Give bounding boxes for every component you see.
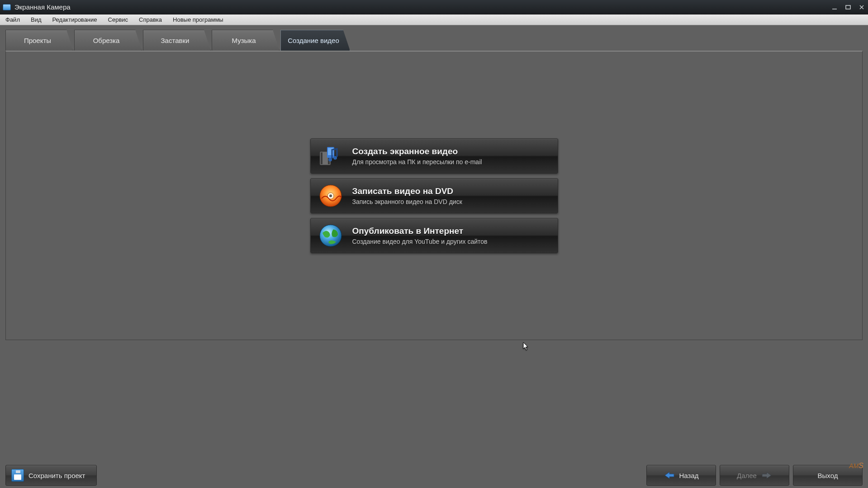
svg-point-13	[329, 194, 332, 197]
footer-bar: Сохранить проект Назад Далее Выход	[0, 463, 868, 488]
app-icon	[3, 4, 11, 10]
export-options: Создать экранное видео Для просмотра на …	[310, 138, 558, 253]
option-create-screen-video[interactable]: Создать экранное видео Для просмотра на …	[310, 138, 558, 174]
menu-file[interactable]: Файл	[0, 14, 25, 25]
tab-music[interactable]: Музыка	[212, 30, 280, 51]
arrow-left-icon	[664, 471, 675, 479]
menu-service[interactable]: Сервис	[103, 14, 134, 25]
brand-logo: AMS	[849, 462, 863, 470]
svg-rect-5	[321, 152, 323, 164]
window-title: Экранная Камера	[14, 3, 831, 11]
option-desc: Создание видео для YouTube и других сайт…	[352, 238, 488, 245]
minimize-button[interactable]	[831, 4, 838, 11]
tabs-row: Проекты Обрезка Заставки Музыка Создание…	[0, 25, 868, 51]
next-label: Далее	[737, 472, 757, 479]
option-title: Опубликовать в Интернет	[352, 226, 488, 236]
dvd-disc-icon	[318, 183, 343, 208]
menu-help[interactable]: Справка	[133, 14, 167, 25]
globe-icon	[318, 223, 343, 248]
option-burn-dvd[interactable]: Записать видео на DVD Запись экранного в…	[310, 178, 558, 213]
next-button: Далее	[720, 465, 789, 486]
tab-trim[interactable]: Обрезка	[74, 30, 142, 51]
option-publish-internet[interactable]: Опубликовать в Интернет Создание видео д…	[310, 218, 558, 253]
menu-bar: Файл Вид Редактирование Сервис Справка Н…	[0, 14, 868, 25]
save-project-label: Сохранить проект	[28, 472, 85, 479]
option-desc: Для просмотра на ПК и пересылки по e-mai…	[352, 158, 482, 166]
save-project-button[interactable]: Сохранить проект	[5, 465, 97, 486]
maximize-button[interactable]	[844, 4, 852, 11]
svg-rect-1	[846, 5, 850, 9]
exit-label: Выход	[818, 472, 838, 479]
content-panel: Создать экранное видео Для просмотра на …	[5, 51, 863, 340]
back-label: Назад	[679, 472, 699, 479]
option-desc: Запись экранного видео на DVD диск	[352, 198, 462, 205]
back-button[interactable]: Назад	[646, 465, 716, 486]
option-title: Создать экранное видео	[352, 147, 482, 156]
tab-intros[interactable]: Заставки	[143, 30, 211, 51]
menu-edit[interactable]: Редактирование	[47, 14, 103, 25]
tab-create-video[interactable]: Создание видео	[280, 30, 350, 51]
film-music-icon	[318, 143, 343, 169]
arrow-right-icon	[761, 471, 772, 479]
menu-view[interactable]: Вид	[25, 14, 47, 25]
window-controls	[831, 4, 865, 11]
mouse-cursor	[523, 342, 529, 351]
close-button[interactable]	[858, 4, 865, 11]
tab-projects[interactable]: Проекты	[5, 30, 73, 51]
menu-new-programs[interactable]: Новые программы	[167, 14, 229, 25]
option-title: Записать видео на DVD	[352, 186, 462, 196]
title-bar: Экранная Камера	[0, 0, 868, 14]
floppy-icon	[11, 469, 24, 482]
